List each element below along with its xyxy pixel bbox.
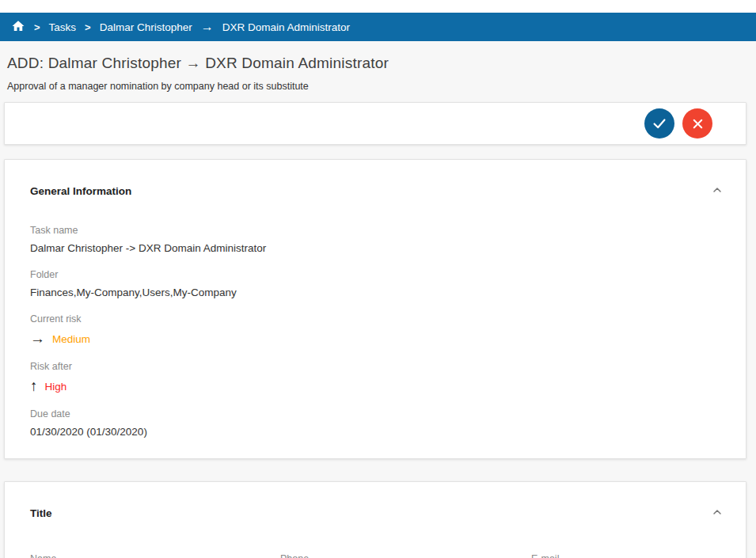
approval-action-bar bbox=[4, 102, 747, 145]
deny-button[interactable] bbox=[682, 108, 712, 139]
collapse-general-information-button[interactable] bbox=[709, 182, 725, 200]
check-icon bbox=[651, 115, 668, 132]
arrow-up-icon: ↑ bbox=[30, 378, 38, 395]
general-information-card: General Information Task name Dalmar Chr… bbox=[4, 159, 747, 459]
page-subtitle: Approval of a manager nomination by comp… bbox=[4, 72, 752, 92]
task-name-field: Task name Dalmar Christopher -> DXR Doma… bbox=[30, 225, 720, 256]
field-label: Due date bbox=[30, 408, 720, 420]
risk-after-field: Risk after ↑ High bbox=[30, 361, 720, 395]
approve-button[interactable] bbox=[644, 108, 674, 139]
due-date-value: 01/30/2020 (01/30/2020) bbox=[30, 424, 720, 439]
field-label: Task name bbox=[30, 225, 720, 237]
title-card: Title Name Dalmar Christopher Phone +49 … bbox=[4, 481, 747, 558]
breadcrumb-item-person[interactable]: Dalmar Christopher bbox=[100, 21, 192, 33]
page-content: ADD: Dalmar Christopher → DXR Domain Adm… bbox=[0, 41, 756, 558]
breadcrumb-separator: > bbox=[85, 21, 91, 33]
field-label: Current risk bbox=[30, 313, 720, 325]
due-date-field: Due date 01/30/2020 (01/30/2020) bbox=[30, 408, 720, 439]
current-risk-row: → Medium bbox=[30, 330, 720, 347]
title-card-header: Title bbox=[5, 482, 746, 522]
home-breadcrumb-link[interactable] bbox=[11, 19, 25, 36]
email-field: E-mail Christopher.Dalmar@My-Company bbox=[531, 553, 725, 558]
folder-value: Finances,My-Company,Users,My-Company bbox=[30, 285, 720, 300]
current-risk-value: Medium bbox=[52, 333, 90, 345]
section-heading: Title bbox=[30, 507, 52, 519]
close-icon bbox=[690, 116, 705, 131]
collapse-title-button[interactable] bbox=[709, 504, 725, 522]
breadcrumb: > Tasks > Dalmar Christopher → DXR Domai… bbox=[0, 13, 756, 41]
field-label: Folder bbox=[30, 269, 720, 281]
home-icon bbox=[11, 19, 25, 36]
folder-field: Folder Finances,My-Company,Users,My-Comp… bbox=[30, 269, 720, 300]
risk-after-row: ↑ High bbox=[30, 378, 720, 395]
general-information-header: General Information bbox=[5, 160, 746, 200]
general-information-fields: Task name Dalmar Christopher -> DXR Doma… bbox=[5, 200, 746, 439]
breadcrumb-item-role[interactable]: DXR Domain Administrator bbox=[222, 21, 350, 33]
top-strip bbox=[0, 0, 756, 13]
chevron-up-icon bbox=[711, 506, 724, 521]
title-card-columns: Name Dalmar Christopher Phone +49 89 323… bbox=[5, 522, 746, 558]
field-label: Phone bbox=[280, 553, 531, 558]
field-label: E-mail bbox=[531, 553, 725, 558]
arrow-right-icon: → bbox=[30, 330, 45, 347]
breadcrumb-item-tasks[interactable]: Tasks bbox=[49, 21, 77, 33]
task-name-value: Dalmar Christopher -> DXR Domain Adminis… bbox=[30, 241, 283, 256]
phone-field: Phone +49 89 323-45301 bbox=[280, 553, 531, 558]
field-label: Name bbox=[30, 553, 280, 558]
page-title: ADD: Dalmar Christopher → DXR Domain Adm… bbox=[4, 41, 752, 72]
breadcrumb-arrow-separator: → bbox=[201, 20, 214, 34]
section-heading: General Information bbox=[30, 185, 131, 197]
risk-after-value: High bbox=[45, 381, 67, 393]
name-field: Name Dalmar Christopher bbox=[30, 553, 280, 558]
field-label: Risk after bbox=[30, 361, 720, 373]
breadcrumb-separator: > bbox=[34, 21, 40, 33]
current-risk-field: Current risk → Medium bbox=[30, 313, 720, 347]
chevron-up-icon bbox=[711, 184, 724, 199]
